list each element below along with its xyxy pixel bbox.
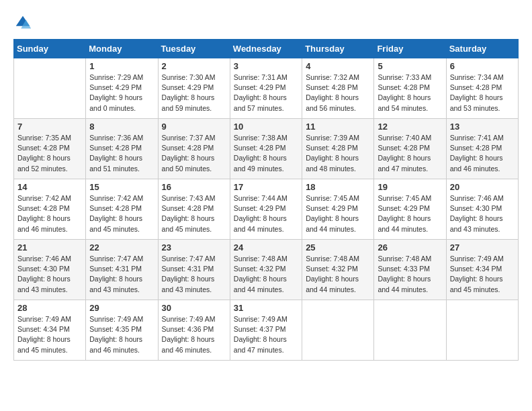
day-number: 11 (306, 122, 370, 132)
calendar-cell: 19Sunrise: 7:45 AMSunset: 4:29 PMDayligh… (374, 179, 446, 240)
calendar-cell: 12Sunrise: 7:40 AMSunset: 4:28 PMDayligh… (374, 119, 446, 179)
weekday-header-wednesday: Wednesday (230, 40, 302, 58)
day-number: 29 (89, 303, 154, 313)
day-number: 8 (89, 122, 154, 132)
weekday-header-tuesday: Tuesday (158, 40, 230, 58)
calendar-cell: 29Sunrise: 7:49 AMSunset: 4:35 PMDayligh… (86, 300, 158, 361)
weekday-header-row: SundayMondayTuesdayWednesdayThursdayFrid… (14, 40, 519, 58)
day-info: Sunrise: 7:30 AMSunset: 4:29 PMDaylight:… (162, 73, 226, 113)
calendar-week-2: 7Sunrise: 7:35 AMSunset: 4:28 PMDaylight… (14, 119, 519, 179)
logo (13, 13, 35, 32)
calendar-cell: 15Sunrise: 7:42 AMSunset: 4:28 PMDayligh… (86, 179, 158, 240)
calendar-cell (446, 300, 518, 361)
day-number: 27 (450, 242, 515, 253)
calendar-cell: 23Sunrise: 7:47 AMSunset: 4:31 PMDayligh… (158, 240, 230, 300)
day-number: 17 (234, 182, 298, 192)
weekday-header-sunday: Sunday (14, 40, 86, 58)
day-info: Sunrise: 7:33 AMSunset: 4:28 PMDaylight:… (378, 73, 442, 113)
calendar-cell: 10Sunrise: 7:38 AMSunset: 4:28 PMDayligh… (230, 119, 302, 179)
day-number: 14 (17, 182, 82, 192)
calendar-cell: 9Sunrise: 7:37 AMSunset: 4:28 PMDaylight… (158, 119, 230, 179)
calendar-cell: 8Sunrise: 7:36 AMSunset: 4:28 PMDaylight… (86, 119, 158, 179)
calendar-cell: 16Sunrise: 7:43 AMSunset: 4:28 PMDayligh… (158, 179, 230, 240)
day-number: 15 (89, 182, 154, 192)
calendar-cell: 6Sunrise: 7:34 AMSunset: 4:28 PMDaylight… (446, 58, 518, 119)
day-info: Sunrise: 7:49 AMSunset: 4:36 PMDaylight:… (162, 314, 226, 355)
day-number: 7 (17, 122, 82, 132)
day-number: 1 (89, 61, 154, 71)
calendar-cell: 7Sunrise: 7:35 AMSunset: 4:28 PMDaylight… (14, 119, 86, 179)
day-number: 3 (234, 61, 298, 71)
day-info: Sunrise: 7:36 AMSunset: 4:28 PMDaylight:… (89, 133, 154, 174)
day-info: Sunrise: 7:42 AMSunset: 4:28 PMDaylight:… (17, 193, 82, 234)
day-info: Sunrise: 7:40 AMSunset: 4:28 PMDaylight:… (378, 133, 442, 174)
day-number: 9 (162, 122, 226, 132)
day-info: Sunrise: 7:49 AMSunset: 4:35 PMDaylight:… (89, 314, 154, 355)
calendar-cell: 1Sunrise: 7:29 AMSunset: 4:29 PMDaylight… (86, 58, 158, 119)
day-info: Sunrise: 7:32 AMSunset: 4:28 PMDaylight:… (306, 73, 370, 113)
day-info: Sunrise: 7:49 AMSunset: 4:34 PMDaylight:… (17, 314, 82, 355)
day-info: Sunrise: 7:48 AMSunset: 4:32 PMDaylight:… (306, 254, 370, 295)
calendar-table: SundayMondayTuesdayWednesdayThursdayFrid… (13, 39, 519, 361)
calendar-cell: 21Sunrise: 7:46 AMSunset: 4:30 PMDayligh… (14, 240, 86, 300)
day-info: Sunrise: 7:31 AMSunset: 4:29 PMDaylight:… (234, 73, 298, 113)
day-number: 16 (162, 182, 226, 192)
day-number: 23 (162, 242, 226, 253)
weekday-header-monday: Monday (86, 40, 158, 58)
day-info: Sunrise: 7:48 AMSunset: 4:33 PMDaylight:… (378, 254, 442, 295)
calendar-cell: 3Sunrise: 7:31 AMSunset: 4:29 PMDaylight… (230, 58, 302, 119)
day-info: Sunrise: 7:46 AMSunset: 4:30 PMDaylight:… (17, 254, 82, 295)
day-info: Sunrise: 7:43 AMSunset: 4:28 PMDaylight:… (162, 193, 226, 234)
calendar-cell (14, 58, 86, 119)
day-number: 10 (234, 122, 298, 132)
calendar-cell: 28Sunrise: 7:49 AMSunset: 4:34 PMDayligh… (14, 300, 86, 361)
calendar-week-1: 1Sunrise: 7:29 AMSunset: 4:29 PMDaylight… (14, 58, 519, 119)
calendar-cell: 18Sunrise: 7:45 AMSunset: 4:29 PMDayligh… (302, 179, 374, 240)
day-info: Sunrise: 7:45 AMSunset: 4:29 PMDaylight:… (306, 193, 370, 234)
weekday-header-thursday: Thursday (302, 40, 374, 58)
day-number: 30 (162, 303, 226, 313)
calendar-cell: 11Sunrise: 7:39 AMSunset: 4:28 PMDayligh… (302, 119, 374, 179)
day-number: 5 (378, 61, 442, 71)
day-number: 28 (17, 303, 82, 313)
calendar-week-5: 28Sunrise: 7:49 AMSunset: 4:34 PMDayligh… (14, 300, 519, 361)
day-info: Sunrise: 7:47 AMSunset: 4:31 PMDaylight:… (162, 254, 226, 295)
calendar-week-4: 21Sunrise: 7:46 AMSunset: 4:30 PMDayligh… (14, 240, 519, 300)
day-number: 13 (450, 122, 515, 132)
day-number: 4 (306, 61, 370, 71)
day-info: Sunrise: 7:35 AMSunset: 4:28 PMDaylight:… (17, 133, 82, 174)
calendar-cell: 24Sunrise: 7:48 AMSunset: 4:32 PMDayligh… (230, 240, 302, 300)
page-header (13, 13, 519, 32)
day-info: Sunrise: 7:39 AMSunset: 4:28 PMDaylight:… (306, 133, 370, 174)
calendar-cell: 20Sunrise: 7:46 AMSunset: 4:30 PMDayligh… (446, 179, 518, 240)
day-number: 2 (162, 61, 226, 71)
day-info: Sunrise: 7:49 AMSunset: 4:34 PMDaylight:… (450, 254, 515, 295)
day-info: Sunrise: 7:46 AMSunset: 4:30 PMDaylight:… (450, 193, 515, 234)
weekday-header-friday: Friday (374, 40, 446, 58)
calendar-cell (302, 300, 374, 361)
logo-icon (13, 13, 32, 32)
day-number: 25 (306, 242, 370, 253)
calendar-cell: 4Sunrise: 7:32 AMSunset: 4:28 PMDaylight… (302, 58, 374, 119)
day-info: Sunrise: 7:45 AMSunset: 4:29 PMDaylight:… (378, 193, 442, 234)
day-info: Sunrise: 7:44 AMSunset: 4:29 PMDaylight:… (234, 193, 298, 234)
calendar-cell: 31Sunrise: 7:49 AMSunset: 4:37 PMDayligh… (230, 300, 302, 361)
day-number: 6 (450, 61, 515, 71)
day-info: Sunrise: 7:48 AMSunset: 4:32 PMDaylight:… (234, 254, 298, 295)
calendar-week-3: 14Sunrise: 7:42 AMSunset: 4:28 PMDayligh… (14, 179, 519, 240)
calendar-cell: 25Sunrise: 7:48 AMSunset: 4:32 PMDayligh… (302, 240, 374, 300)
day-info: Sunrise: 7:41 AMSunset: 4:28 PMDaylight:… (450, 133, 515, 174)
day-number: 12 (378, 122, 442, 132)
day-number: 26 (378, 242, 442, 253)
day-number: 22 (89, 242, 154, 253)
day-number: 19 (378, 182, 442, 192)
day-number: 20 (450, 182, 515, 192)
day-info: Sunrise: 7:49 AMSunset: 4:37 PMDaylight:… (234, 314, 298, 355)
day-info: Sunrise: 7:47 AMSunset: 4:31 PMDaylight:… (89, 254, 154, 295)
calendar-cell: 22Sunrise: 7:47 AMSunset: 4:31 PMDayligh… (86, 240, 158, 300)
day-info: Sunrise: 7:42 AMSunset: 4:28 PMDaylight:… (89, 193, 154, 234)
calendar-cell: 14Sunrise: 7:42 AMSunset: 4:28 PMDayligh… (14, 179, 86, 240)
day-info: Sunrise: 7:29 AMSunset: 4:29 PMDaylight:… (89, 73, 154, 113)
day-info: Sunrise: 7:34 AMSunset: 4:28 PMDaylight:… (450, 73, 515, 113)
day-number: 18 (306, 182, 370, 192)
